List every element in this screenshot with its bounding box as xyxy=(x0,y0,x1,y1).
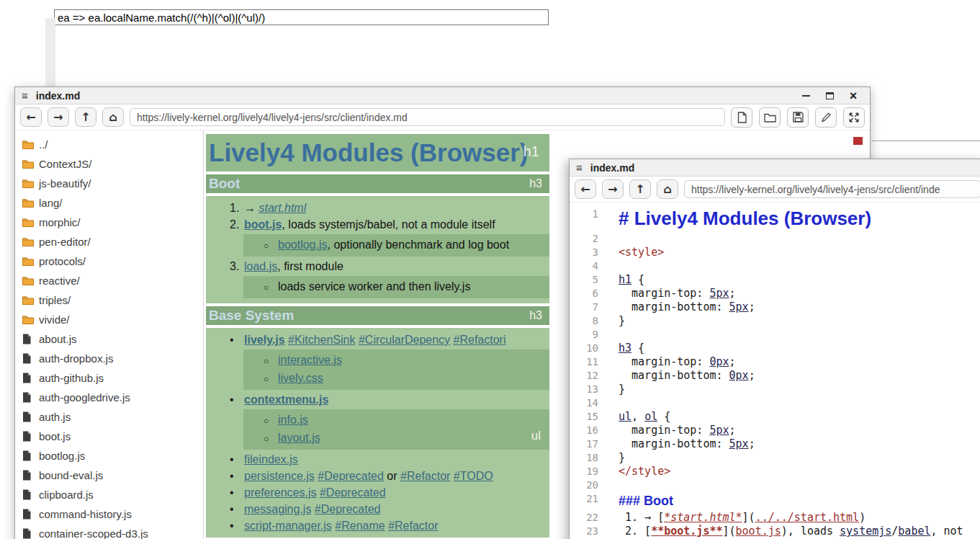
up-button[interactable]: ↑ xyxy=(75,107,96,127)
code-text: </style> xyxy=(610,465,670,478)
code-token: margin-bottom: xyxy=(619,300,729,313)
markdown-link[interactable]: #Refactori xyxy=(454,334,506,346)
sidebar-item-vivide[interactable]: vivide/ xyxy=(22,310,203,329)
url-input[interactable] xyxy=(684,180,980,198)
expand-button[interactable] xyxy=(843,107,865,128)
back-button[interactable]: ← xyxy=(575,179,596,199)
page-heading: Lively4 Modules (Browser) xyxy=(206,138,528,167)
code-token: / xyxy=(891,525,898,538)
section-heading: Base System xyxy=(206,308,294,324)
sidebar-item-about-js[interactable]: about.js xyxy=(22,329,203,349)
code-token: </style> xyxy=(619,465,670,478)
sidebar-item-container-scoped-d3-js[interactable]: container-scoped-d3.js xyxy=(22,524,203,539)
window-titlebar[interactable]: ≡ index.md xyxy=(570,159,980,177)
minimize-button[interactable] xyxy=(799,90,812,102)
sidebar-item-boot-js[interactable]: boot.js xyxy=(22,427,203,446)
code-text: ul, ol { xyxy=(610,410,670,424)
sidebar-item-clipboard-js[interactable]: clipboard.js xyxy=(22,485,203,504)
window-menu-icon[interactable]: ≡ xyxy=(576,162,583,173)
home-button[interactable]: ⌂ xyxy=(102,107,124,127)
line-number: 17 xyxy=(570,437,610,451)
code-text: } xyxy=(610,451,625,465)
sidebar-item-auth-googledrive-js[interactable]: auth-googledrive.js xyxy=(22,388,203,407)
folder-icon xyxy=(22,198,34,208)
sidebar-item-js-beautify[interactable]: js-beautify/ xyxy=(22,174,203,193)
markdown-link[interactable]: interactive.js xyxy=(278,354,342,366)
markdown-link[interactable]: #Rename xyxy=(335,520,385,532)
markdown-link[interactable]: script-manager.js xyxy=(244,520,332,532)
markdown-link[interactable]: #Refactor xyxy=(400,470,450,482)
sidebar-item-auth-js[interactable]: auth.js xyxy=(22,407,203,427)
markdown-link[interactable]: #Deprecated xyxy=(320,486,386,499)
sidebar-item-auth-dropbox-js[interactable]: auth-dropbox.js xyxy=(22,349,203,368)
home-button[interactable]: ⌂ xyxy=(657,179,678,199)
sidebar-item-morphic[interactable]: morphic/ xyxy=(22,213,203,232)
sidebar-item-pen-editor[interactable]: pen-editor/ xyxy=(22,232,203,251)
folder-icon xyxy=(22,315,34,324)
code-token: 5px xyxy=(709,287,729,300)
edit-button[interactable] xyxy=(815,107,837,128)
markdown-link[interactable]: lively.js xyxy=(244,334,285,346)
navigation-bar: ← → ↑ ⌂ xyxy=(15,104,870,130)
markdown-link[interactable]: preferences.js xyxy=(244,486,317,499)
markdown-link[interactable]: load.js xyxy=(244,260,277,272)
sidebar-item-auth-github-js[interactable]: auth-github.js xyxy=(22,368,203,388)
sidebar-item-bound-eval-js[interactable]: bound-eval.js xyxy=(22,466,203,485)
element-filter-expression-input[interactable] xyxy=(54,9,549,25)
markdown-link[interactable]: #CircularDepency xyxy=(359,334,450,346)
list-marker: 2. xyxy=(230,216,244,233)
line-number: 9 xyxy=(570,328,610,342)
sidebar-item-protocols[interactable]: protocols/ xyxy=(22,251,203,271)
forward-button[interactable]: → xyxy=(48,107,69,127)
forward-button[interactable]: → xyxy=(602,179,624,199)
save-button[interactable] xyxy=(787,107,809,128)
code-text: } xyxy=(610,383,625,396)
file-icon xyxy=(22,334,34,344)
sidebar-item-lang[interactable]: lang/ xyxy=(22,193,203,213)
sidebar-item-command-history-js[interactable]: command-history.js xyxy=(22,504,203,524)
markdown-link[interactable]: layout.js xyxy=(278,432,320,444)
open-folder-button[interactable] xyxy=(759,107,781,128)
code-token: ; xyxy=(729,355,736,368)
code-token: *start.html* xyxy=(664,511,742,524)
close-button[interactable]: × xyxy=(847,90,860,102)
markdown-link[interactable]: messaging.js xyxy=(244,503,311,515)
markdown-link[interactable]: #TODO xyxy=(454,470,493,482)
line-number: 6 xyxy=(570,287,610,300)
markdown-link[interactable]: #Refactor xyxy=(388,520,438,532)
editor-line: 3<style> xyxy=(570,246,980,259)
window-titlebar[interactable]: ≡ index.md × xyxy=(15,87,870,104)
markdown-link[interactable]: contextmenu.js xyxy=(244,393,328,406)
markdown-link[interactable]: #Deprecated xyxy=(318,470,384,482)
markdown-link[interactable]: bootlog.js xyxy=(278,239,328,251)
url-input[interactable] xyxy=(130,108,725,126)
markdown-link[interactable]: boot.js xyxy=(244,218,282,231)
list-item: ○bootlog.js, optionally benchmark and lo… xyxy=(243,236,549,254)
markdown-link[interactable]: info.js xyxy=(278,414,308,426)
line-number: 5 xyxy=(570,273,610,287)
markdown-link[interactable]: persistence.js xyxy=(244,470,315,482)
window-menu-icon[interactable]: ≡ xyxy=(22,90,28,101)
markdown-link[interactable]: lively.css xyxy=(278,372,323,384)
file-icon xyxy=(22,392,34,403)
sidebar-item-parent-dir[interactable]: ../ xyxy=(22,135,203,154)
code-token: { xyxy=(631,342,644,355)
sidebar-item-triples[interactable]: triples/ xyxy=(22,290,203,310)
editor-line: 13} xyxy=(570,383,980,396)
file-toolbar xyxy=(731,107,865,128)
sidebar-item-reactive[interactable]: reactive/ xyxy=(22,271,203,290)
markdown-link[interactable]: fileindex.js xyxy=(244,453,298,466)
back-button[interactable]: ← xyxy=(20,107,42,127)
markdown-text: , loads systemjs/babel, not a module its… xyxy=(282,218,495,231)
sidebar-item-contextjs[interactable]: ContextJS/ xyxy=(22,154,203,174)
markdown-link[interactable]: #KitchenSink xyxy=(288,334,355,346)
code-editor[interactable]: 1# Lively4 Modules (Browser)23<style>45h… xyxy=(570,202,980,539)
markdown-link[interactable]: start.html xyxy=(259,202,306,214)
sidebar-item-bootlog-js[interactable]: bootlog.js xyxy=(22,446,203,466)
new-file-button[interactable] xyxy=(731,107,752,128)
up-button[interactable]: ↑ xyxy=(629,179,651,199)
maximize-button[interactable] xyxy=(823,90,836,102)
editor-line: 15ul, ol { xyxy=(570,410,980,424)
markdown-link[interactable]: #Deprecated xyxy=(315,503,381,515)
code-token: ; xyxy=(729,287,736,300)
